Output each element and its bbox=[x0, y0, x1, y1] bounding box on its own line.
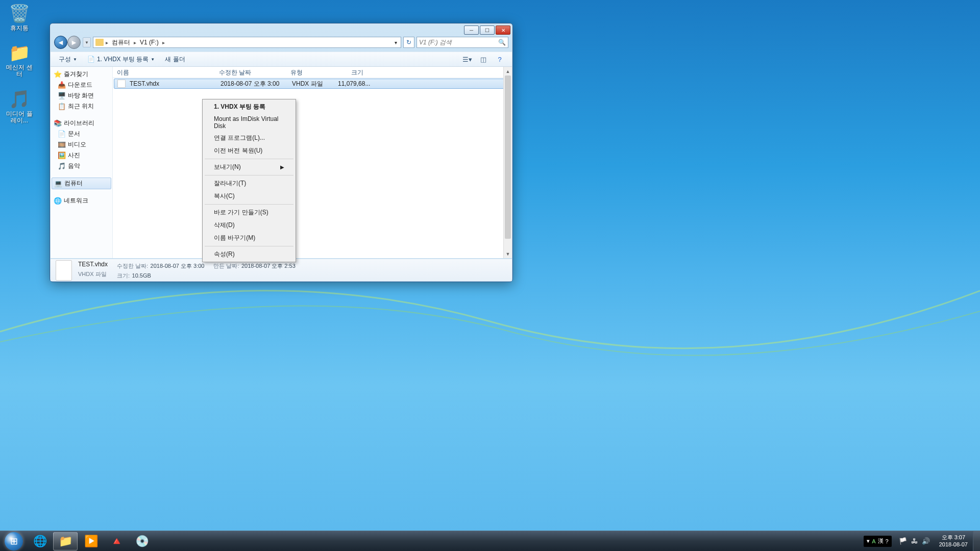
cm-cut[interactable]: 잘라내기(T) bbox=[204, 177, 295, 190]
column-size[interactable]: 크기 bbox=[332, 67, 368, 78]
system-tray: 🏳️ 🖧 🔊 bbox=[895, 537, 934, 545]
details-created-label: 만든 날짜: bbox=[213, 263, 239, 269]
scroll-up-button[interactable]: ▲ bbox=[504, 67, 512, 76]
column-name[interactable]: 이름 bbox=[113, 67, 215, 78]
ime-hanja-indicator[interactable]: 漢 bbox=[878, 537, 884, 545]
sidebar-libraries[interactable]: 📚라이브러리 bbox=[51, 118, 112, 129]
sidebar-item-downloads[interactable]: 📥다운로드 bbox=[51, 80, 112, 90]
tray-flag-icon[interactable]: 🏳️ bbox=[899, 537, 907, 545]
desktop-icon-label: 미디어 플레이... bbox=[4, 111, 35, 124]
file-type: VHDX 파일 bbox=[288, 80, 334, 88]
breadcrumb-drive[interactable]: V1 (F:) bbox=[138, 39, 160, 46]
star-icon: ⭐ bbox=[54, 70, 62, 79]
toolbar: 구성▼ 📄1. VHDX 부팅 등록▼ 새 폴더 ☰▾ ◫ ? bbox=[51, 52, 512, 67]
history-dropdown[interactable]: ▼ bbox=[83, 37, 91, 47]
music-icon: 🎵 bbox=[58, 162, 66, 170]
breadcrumb-computer[interactable]: 컴퓨터 bbox=[110, 38, 132, 47]
minimize-button[interactable]: ─ bbox=[464, 26, 479, 35]
close-button[interactable]: ✕ bbox=[496, 26, 510, 35]
back-button[interactable]: ◄ bbox=[54, 36, 67, 49]
search-input[interactable] bbox=[419, 39, 498, 46]
taskbar-explorer[interactable]: 📁 bbox=[53, 532, 78, 550]
column-headers: 이름 수정한 날짜 유형 크기 bbox=[113, 67, 512, 78]
media-icon: 🎵 bbox=[9, 88, 30, 110]
address-dropdown[interactable]: ▾ bbox=[393, 40, 399, 45]
sidebar-item-recent[interactable]: 📋최근 위치 bbox=[51, 101, 112, 112]
details-size-value: 10.5GB bbox=[132, 272, 151, 279]
file-row-selected[interactable]: TEST.vhdx 2018-08-07 오후 3:00 VHDX 파일 11,… bbox=[114, 79, 511, 89]
file-name: TEST.vhdx bbox=[126, 80, 216, 87]
refresh-button[interactable]: ↻ bbox=[403, 37, 414, 48]
forward-button[interactable]: ► bbox=[67, 36, 81, 49]
cm-send-to[interactable]: 보내기(N)▶ bbox=[204, 161, 295, 173]
cm-restore-previous[interactable]: 이전 버전 복원(U) bbox=[204, 144, 295, 157]
vertical-scrollbar[interactable]: ▲ ▼ bbox=[503, 67, 512, 258]
cm-properties[interactable]: 속성(R) bbox=[204, 248, 295, 261]
details-filetype: VHDX 파일 bbox=[78, 270, 108, 280]
cm-vhdx-boot[interactable]: 1. VHDX 부팅 등록 bbox=[204, 101, 295, 113]
file-icon bbox=[56, 260, 72, 281]
desktop-icon-label: 메신저 센터 bbox=[4, 64, 35, 78]
desktop-icon-messenger[interactable]: 📁 메신저 센터 bbox=[4, 42, 35, 78]
cm-delete[interactable]: 삭제(D) bbox=[204, 219, 295, 232]
sidebar-item-videos[interactable]: 🎞️비디오 bbox=[51, 139, 112, 150]
window-caption-buttons: ─ ☐ ✕ bbox=[464, 26, 510, 35]
desktop-icon: 🖥️ bbox=[58, 92, 66, 100]
sidebar-item-music[interactable]: 🎵음악 bbox=[51, 161, 112, 171]
start-button[interactable] bbox=[0, 531, 28, 552]
desktop-icon-media-player[interactable]: 🎵 미디어 플레이... bbox=[4, 88, 35, 124]
tray-network-icon[interactable]: 🖧 bbox=[911, 537, 918, 545]
new-folder-button[interactable]: 새 폴더 bbox=[162, 54, 188, 65]
organize-menu[interactable]: 구성▼ bbox=[56, 54, 80, 65]
computer-icon: 💻 bbox=[54, 180, 62, 188]
clock-date: 2018-08-07 bbox=[939, 541, 968, 548]
column-type[interactable]: 유형 bbox=[286, 67, 332, 78]
language-bar[interactable]: ▾ A 漢 ? bbox=[864, 536, 891, 547]
folder-icon: 📁 bbox=[9, 42, 30, 63]
vhdx-boot-action[interactable]: 📄1. VHDX 부팅 등록▼ bbox=[84, 54, 158, 65]
sidebar-network[interactable]: 🌐네트워크 bbox=[51, 195, 112, 206]
recycle-bin-icon: 🗑️ bbox=[9, 3, 30, 24]
sidebar-item-documents[interactable]: 📄문서 bbox=[51, 129, 112, 139]
view-options-button[interactable]: ☰▾ bbox=[460, 54, 474, 65]
column-date[interactable]: 수정한 날짜 bbox=[215, 67, 286, 78]
ime-help-icon[interactable]: ? bbox=[886, 538, 889, 544]
details-filename: TEST.vhdx bbox=[78, 261, 108, 270]
download-icon: 📥 bbox=[58, 81, 66, 89]
context-menu: 1. VHDX 부팅 등록 Mount as ImDisk Virtual Di… bbox=[202, 99, 296, 262]
tray-volume-icon[interactable]: 🔊 bbox=[922, 537, 930, 545]
taskbar-clock[interactable]: 오후 3:07 2018-08-07 bbox=[934, 534, 973, 547]
scroll-thumb[interactable] bbox=[505, 76, 511, 239]
sidebar-item-pictures[interactable]: 🖼️사진 bbox=[51, 150, 112, 161]
cm-open-with[interactable]: 연결 프로그램(L)... bbox=[204, 132, 295, 144]
show-desktop-button[interactable] bbox=[973, 531, 980, 552]
taskbar: 🌐 📁 ▶️ 🔺 💿 ▾ A 漢 ? 🏳️ 🖧 🔊 오후 3:07 2018-0… bbox=[0, 531, 980, 551]
file-list[interactable]: 이름 수정한 날짜 유형 크기 TEST.vhdx 2018-08-07 오후 … bbox=[113, 67, 512, 258]
ime-dropdown-icon: ▾ bbox=[867, 538, 870, 544]
taskbar-app-1[interactable]: 🔺 bbox=[104, 532, 129, 550]
sidebar-item-desktop[interactable]: 🖥️바탕 화면 bbox=[51, 90, 112, 101]
taskbar-app-2[interactable]: 💿 bbox=[130, 532, 154, 550]
cm-separator bbox=[205, 175, 293, 176]
windows-orb-icon bbox=[5, 532, 23, 550]
address-bar[interactable]: ▸ 컴퓨터 ▸ V1 (F:) ▸ ▾ bbox=[93, 37, 401, 48]
search-box[interactable]: 🔍 bbox=[416, 37, 508, 48]
cm-rename[interactable]: 이름 바꾸기(M) bbox=[204, 232, 295, 244]
help-button[interactable]: ? bbox=[493, 54, 507, 65]
preview-pane-button[interactable]: ◫ bbox=[476, 54, 491, 65]
sidebar-favorites[interactable]: ⭐즐겨찾기 bbox=[51, 69, 112, 80]
taskbar-media-player[interactable]: ▶️ bbox=[79, 532, 103, 550]
taskbar-ie[interactable]: 🌐 bbox=[28, 532, 52, 550]
file-icon bbox=[117, 80, 126, 88]
cm-mount-imdisk[interactable]: Mount as ImDisk Virtual Disk bbox=[204, 113, 295, 132]
cm-separator bbox=[205, 159, 293, 159]
maximize-button[interactable]: ☐ bbox=[480, 26, 495, 35]
desktop-icon-recycle-bin[interactable]: 🗑️ 휴지통 bbox=[4, 3, 35, 32]
explorer-window: ─ ☐ ✕ ◄ ► ▼ ▸ 컴퓨터 ▸ V1 (F:) ▸ ▾ ↻ 🔍 bbox=[50, 23, 513, 282]
scroll-down-button[interactable]: ▼ bbox=[504, 249, 512, 258]
cm-create-shortcut[interactable]: 바로 가기 만들기(S) bbox=[204, 206, 295, 219]
cm-copy[interactable]: 복사(C) bbox=[204, 190, 295, 203]
sidebar-computer[interactable]: 💻컴퓨터 bbox=[52, 178, 111, 189]
file-size: 11,079,68... bbox=[334, 80, 370, 87]
ime-mode-indicator[interactable]: A bbox=[872, 538, 875, 544]
